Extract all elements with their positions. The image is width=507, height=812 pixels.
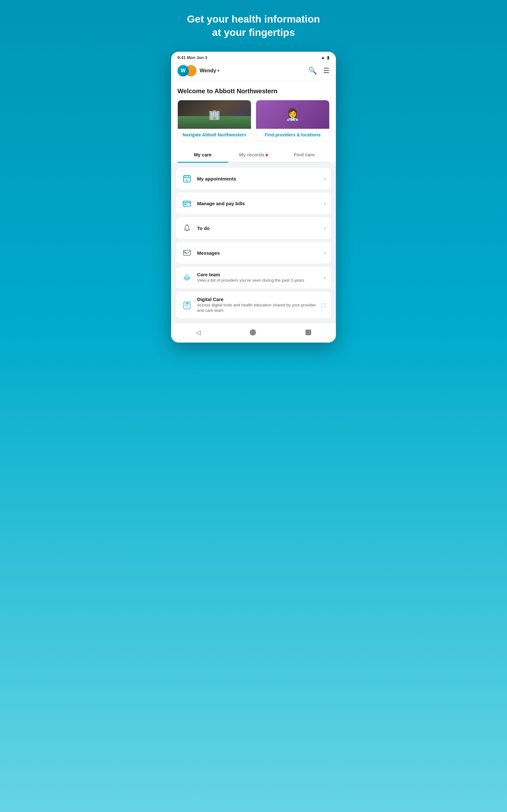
menu-item-messages[interactable]: Messages ›	[176, 242, 331, 264]
svg-point-14	[186, 275, 188, 277]
care-team-subtitle: View a list of providers you've seen dur…	[197, 278, 320, 283]
hero-section: Get your health information at your fing…	[187, 13, 320, 52]
messages-title: Messages	[197, 250, 320, 256]
nav-card-providers-label: Find providers & locations	[256, 129, 329, 141]
menu-section: 31 My appointments › Manage and pay bill…	[171, 163, 336, 323]
svg-point-16	[188, 277, 190, 279]
digital-icon: ♥	[181, 299, 193, 311]
card-icon	[181, 198, 193, 209]
messages-text: Messages	[197, 250, 320, 256]
appointments-chevron-icon: ›	[324, 175, 326, 182]
doctor-image	[256, 100, 329, 129]
app-content: Welcome to Abbott Northwestern Navigate …	[171, 81, 336, 163]
appointments-text: My appointments	[197, 176, 320, 182]
chevron-down-icon: ▾	[217, 68, 219, 73]
nav-card-hospital-label: Navigate Abbott Northwestern	[178, 129, 251, 141]
welcome-title: Welcome to Abbott Northwestern	[177, 88, 330, 95]
battery-icon: ▮	[327, 55, 330, 60]
svg-point-17	[186, 279, 188, 281]
nav-card-providers[interactable]: Find providers & locations	[256, 100, 330, 141]
avatar-w: W	[177, 65, 189, 77]
status-time: 9:41 Mon Jun 3	[177, 55, 207, 60]
digital-care-subtitle: Access digital tools and health educatio…	[197, 303, 317, 313]
care-team-text: Care team View a list of providers you'v…	[197, 272, 320, 283]
recents-button[interactable]	[305, 329, 311, 335]
todo-title: To do	[197, 225, 320, 231]
appointments-title: My appointments	[197, 176, 320, 182]
message-icon	[181, 247, 193, 258]
nav-card-hospital[interactable]: Navigate Abbott Northwestern	[177, 100, 251, 141]
external-link-icon: ⬚	[321, 302, 326, 308]
avatar-group: W	[177, 65, 196, 77]
hospital-image	[178, 100, 251, 129]
calendar-icon: 31	[181, 173, 193, 184]
status-icons: ▲ ▮	[321, 55, 330, 60]
digital-care-title: Digital Care	[197, 297, 317, 302]
home-button[interactable]	[250, 329, 256, 336]
care-team-chevron-icon: ›	[324, 274, 326, 281]
svg-line-11	[187, 251, 190, 253]
menu-icon[interactable]: ☰	[323, 67, 330, 75]
tab-find-care[interactable]: Find care	[279, 148, 330, 162]
todo-text: To do	[197, 225, 320, 231]
records-badge	[266, 154, 268, 156]
tab-my-care[interactable]: My care	[177, 148, 228, 163]
svg-rect-7	[184, 204, 187, 205]
logo-user: W Wendy ▾	[177, 65, 219, 77]
menu-item-digital-care[interactable]: ♥ Digital Care Access digital tools and …	[176, 292, 331, 318]
care-team-title: Care team	[197, 272, 320, 277]
tabs: My care My records Find care	[177, 148, 330, 163]
nav-cards-row: Navigate Abbott Northwestern Find provid…	[177, 100, 330, 141]
device-frame: 9:41 Mon Jun 3 ▲ ▮ W Wendy ▾ 🔍 ☰ Welcome…	[171, 52, 336, 343]
bills-title: Manage and pay bills	[197, 201, 320, 206]
todo-chevron-icon: ›	[324, 225, 326, 232]
svg-text:31: 31	[185, 179, 188, 182]
menu-item-todo[interactable]: To do ›	[176, 217, 331, 239]
tab-my-records[interactable]: My records	[228, 148, 279, 162]
messages-chevron-icon: ›	[324, 250, 326, 256]
bell-icon	[181, 222, 193, 234]
bills-text: Manage and pay bills	[197, 201, 320, 206]
signal-icon: ▲	[321, 55, 325, 60]
menu-item-bills[interactable]: Manage and pay bills ›	[176, 193, 331, 214]
back-button[interactable]: ◁	[196, 328, 201, 336]
search-icon[interactable]: 🔍	[308, 67, 317, 75]
team-icon	[181, 272, 193, 283]
device-nav: ◁	[171, 323, 336, 343]
header-actions: 🔍 ☰	[308, 67, 330, 75]
menu-item-appointments[interactable]: 31 My appointments ›	[176, 168, 331, 189]
svg-rect-5	[183, 201, 191, 206]
app-header: W Wendy ▾ 🔍 ☰	[171, 62, 336, 81]
digital-care-text: Digital Care Access digital tools and he…	[197, 297, 317, 313]
svg-point-15	[184, 277, 186, 279]
hero-title: Get your health information at your fing…	[187, 13, 320, 39]
menu-item-care-team[interactable]: Care team View a list of providers you'v…	[176, 267, 331, 288]
user-dropdown[interactable]: Wendy ▾	[200, 68, 219, 73]
bills-chevron-icon: ›	[324, 200, 326, 207]
status-bar: 9:41 Mon Jun 3 ▲ ▮	[171, 52, 336, 62]
